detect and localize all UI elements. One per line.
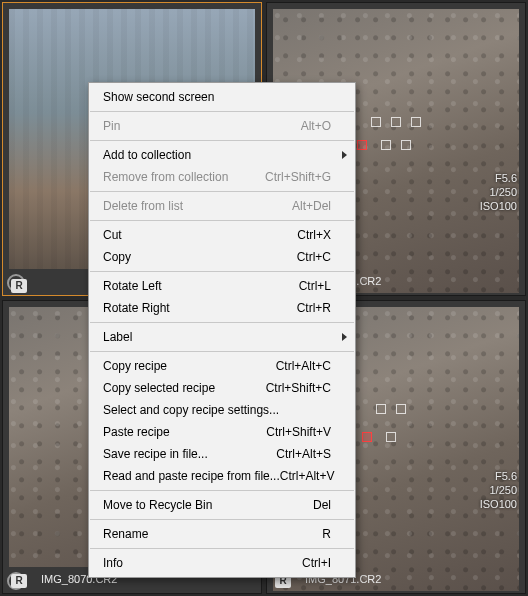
menu-add-to-collection[interactable]: Add to collection: [89, 144, 355, 166]
menu-show-second-screen[interactable]: Show second screen: [89, 86, 355, 108]
exif-overlay: F5.6 1/250 ISO100: [480, 470, 517, 511]
menu-separator: [90, 140, 354, 141]
menu-paste-recipe[interactable]: Paste recipe Ctrl+Shift+V: [89, 421, 355, 443]
menu-pin[interactable]: Pin Alt+O: [89, 115, 355, 137]
menu-separator: [90, 548, 354, 549]
menu-separator: [90, 220, 354, 221]
menu-read-paste-recipe-file[interactable]: Read and paste recipe from file... Ctrl+…: [89, 465, 355, 487]
menu-label[interactable]: Label: [89, 326, 355, 348]
shutter-value: 1/250: [480, 484, 517, 498]
menu-separator: [90, 519, 354, 520]
menu-remove-from-collection[interactable]: Remove from collection Ctrl+Shift+G: [89, 166, 355, 188]
menu-cut[interactable]: Cut Ctrl+X: [89, 224, 355, 246]
context-menu: Show second screen Pin Alt+O Add to coll…: [88, 82, 356, 578]
shutter-value: 1/250: [480, 186, 517, 200]
menu-separator: [90, 111, 354, 112]
iso-value: ISO100: [480, 498, 517, 512]
aperture-value: F5.6: [480, 172, 517, 186]
thumbnail-filename: [35, 282, 47, 290]
menu-rotate-left[interactable]: Rotate Left Ctrl+L: [89, 275, 355, 297]
raw-badge: R: [11, 279, 27, 293]
aperture-value: F5.6: [480, 470, 517, 484]
menu-copy-selected-recipe[interactable]: Copy selected recipe Ctrl+Shift+C: [89, 377, 355, 399]
menu-copy[interactable]: Copy Ctrl+C: [89, 246, 355, 268]
menu-move-to-recycle-bin[interactable]: Move to Recycle Bin Del: [89, 494, 355, 516]
exif-overlay: F5.6 1/250 ISO100: [480, 172, 517, 213]
menu-rename[interactable]: Rename R: [89, 523, 355, 545]
menu-save-recipe-file[interactable]: Save recipe in file... Ctrl+Alt+S: [89, 443, 355, 465]
iso-value: ISO100: [480, 200, 517, 214]
menu-delete-from-list[interactable]: Delete from list Alt+Del: [89, 195, 355, 217]
menu-copy-recipe[interactable]: Copy recipe Ctrl+Alt+C: [89, 355, 355, 377]
menu-info[interactable]: Info Ctrl+I: [89, 552, 355, 574]
menu-rotate-right[interactable]: Rotate Right Ctrl+R: [89, 297, 355, 319]
raw-badge: R: [11, 574, 27, 588]
menu-separator: [90, 191, 354, 192]
menu-select-copy-recipe-settings[interactable]: Select and copy recipe settings...: [89, 399, 355, 421]
menu-separator: [90, 351, 354, 352]
menu-separator: [90, 322, 354, 323]
menu-separator: [90, 271, 354, 272]
menu-separator: [90, 490, 354, 491]
